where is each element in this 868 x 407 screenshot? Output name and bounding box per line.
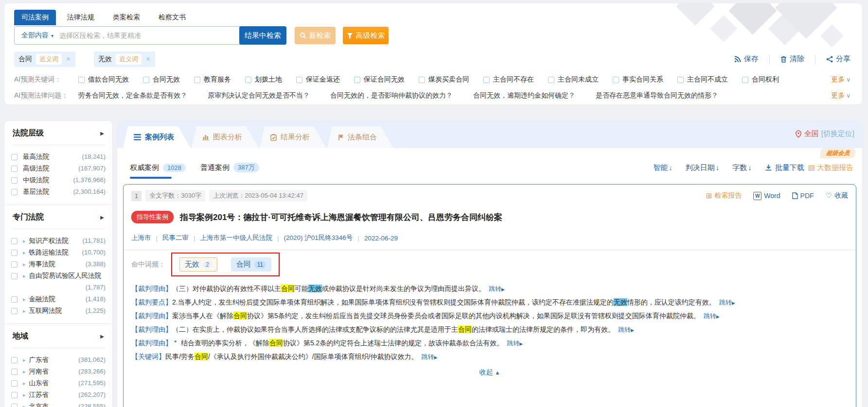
result-subtab[interactable]: 普通案例387万 xyxy=(200,163,259,172)
jump-link[interactable]: 跳转▶ xyxy=(618,326,634,333)
filter-item[interactable]: ▸广东省(381,062) xyxy=(11,354,106,366)
expand-triangle-icon[interactable]: ▸ xyxy=(23,247,26,258)
search-scope-dropdown[interactable]: 全部内容 ▾ xyxy=(15,31,58,40)
location-region[interactable]: 全国 xyxy=(804,129,819,138)
predicted-question-link[interactable]: 原审判决认定合同无效是否不当？ xyxy=(208,91,310,100)
keyword-checkbox-item[interactable]: 主合同未成立 xyxy=(548,75,599,84)
top-nav-tab[interactable]: 法律法规 xyxy=(60,10,102,25)
hit-term-chip[interactable]: 合同11 xyxy=(231,257,271,271)
advanced-search-button[interactable]: 高级检索 xyxy=(343,27,389,44)
jump-link[interactable]: 跳转▶ xyxy=(719,299,735,306)
expand-triangle-icon[interactable]: ▸ xyxy=(23,235,26,247)
checkbox-icon[interactable] xyxy=(11,189,18,195)
clear-button[interactable]: 清除 xyxy=(770,54,815,64)
keyword-checkbox-item[interactable]: 合同无效 xyxy=(143,75,180,84)
export-pdf-button[interactable]: PDF xyxy=(792,192,814,200)
predicted-question-link[interactable]: 合同无效的，是否影响仲裁协议的效力？ xyxy=(330,91,453,100)
more-questions-link[interactable]: 更多 ∨ xyxy=(831,91,850,100)
synonym-toggle[interactable]: 近义词 xyxy=(36,54,62,65)
keyword-checkbox-item[interactable]: 保证合同无效 xyxy=(354,75,405,84)
keyword-checkbox-item[interactable]: 借款合同无效 xyxy=(78,75,129,84)
filter-item[interactable]: ▸北京市(228,555) xyxy=(11,401,106,407)
share-button[interactable]: 分享 xyxy=(815,54,850,64)
checkbox-icon[interactable] xyxy=(11,250,18,256)
collapse-link[interactable]: 收起 ▲ xyxy=(131,368,848,377)
checkbox-icon[interactable] xyxy=(194,77,200,83)
expand-triangle-icon[interactable]: ▸ xyxy=(23,377,26,389)
checkbox-icon[interactable] xyxy=(613,77,619,83)
result-tab[interactable]: 案例列表 xyxy=(123,126,191,148)
hit-term-chip[interactable]: 无效2 xyxy=(179,257,217,271)
jump-link[interactable]: 跳转▶ xyxy=(704,312,720,320)
expand-triangle-icon[interactable]: ▸ xyxy=(23,258,26,270)
result-tab[interactable]: 法条组合 xyxy=(327,126,393,148)
synonym-toggle[interactable]: 近义词 xyxy=(116,54,142,65)
filter-item[interactable]: ▸铁路运输法院(10,700) xyxy=(11,247,106,258)
checkbox-icon[interactable] xyxy=(11,308,18,314)
jump-link[interactable]: 跳转▶ xyxy=(422,353,438,360)
export-word-button[interactable]: W Word xyxy=(753,192,780,200)
sort-option[interactable]: 判决日期↓ xyxy=(686,163,720,172)
checkbox-icon[interactable] xyxy=(11,261,18,268)
big-data-report-button[interactable]: ▤ 大数据报告 xyxy=(808,163,853,172)
expand-triangle-icon[interactable]: ▸ xyxy=(23,389,26,401)
checkbox-icon[interactable] xyxy=(677,77,684,83)
checkbox-icon[interactable] xyxy=(11,154,18,160)
predicted-question-link[interactable]: 是否存在恶意串通导致合同无效的情形？ xyxy=(596,91,718,100)
sort-option[interactable]: 字数↓ xyxy=(732,163,752,172)
checkbox-icon[interactable] xyxy=(483,77,490,83)
checkbox-icon[interactable] xyxy=(296,77,302,83)
filter-item[interactable]: 高级法院(167,907) xyxy=(11,163,106,174)
checkbox-icon[interactable] xyxy=(143,77,149,83)
sort-option[interactable]: 智能↓ xyxy=(653,163,673,172)
result-subtab[interactable]: 权威案例1028 xyxy=(130,163,186,172)
filter-section-header[interactable]: 地域▶ xyxy=(11,324,106,348)
expand-triangle-icon[interactable]: ▸ xyxy=(23,305,26,317)
checkbox-icon[interactable] xyxy=(11,392,18,398)
keyword-checkbox-item[interactable]: 合同权利 xyxy=(742,75,779,84)
checkbox-icon[interactable] xyxy=(78,77,85,83)
jump-link[interactable]: 跳转▶ xyxy=(507,339,523,347)
checkbox-icon[interactable] xyxy=(11,369,18,375)
checkbox-icon[interactable] xyxy=(11,177,18,184)
favorite-button[interactable]: ♡ 收藏 xyxy=(826,191,848,200)
remove-tag-icon[interactable]: ✕ xyxy=(66,55,71,63)
filter-item[interactable]: ▸互联网法院(1,225) xyxy=(11,305,106,317)
save-search-button[interactable]: 保存 xyxy=(724,54,769,64)
top-nav-tab[interactable]: 司法案例 xyxy=(14,10,56,25)
switch-location-link[interactable]: [切换定位] xyxy=(821,129,854,138)
checkbox-icon[interactable] xyxy=(11,296,18,303)
filter-item[interactable]: ▸山东省(271,595) xyxy=(11,377,106,389)
filter-item[interactable]: ▸知识产权法院(11,781) xyxy=(11,235,106,247)
expand-triangle-icon[interactable]: ▸ xyxy=(23,401,26,407)
expand-triangle-icon[interactable]: ▸ xyxy=(23,293,26,305)
predicted-question-link[interactable]: 合同无效，逾期违约金如何确定？ xyxy=(473,91,575,100)
predicted-question-link[interactable]: 劳务合同无效，定金条款是否有效？ xyxy=(78,91,187,100)
new-search-button[interactable]: 新检索 xyxy=(295,27,336,44)
checkbox-icon[interactable] xyxy=(742,77,748,83)
filter-item[interactable]: ▸自由贸易试验区人民法院(1,787) xyxy=(11,270,106,293)
checkbox-icon[interactable] xyxy=(245,77,251,83)
top-nav-tab[interactable]: 检察文书 xyxy=(151,10,193,25)
checkbox-icon[interactable] xyxy=(11,380,18,387)
batch-download-button[interactable]: 批量下载 xyxy=(765,163,804,172)
result-tab[interactable]: 图表分析 xyxy=(192,126,259,148)
remove-tag-icon[interactable]: ✕ xyxy=(145,55,151,63)
case-title-link[interactable]: 指导案例201号：德拉甘·可可托维奇诉上海恩渥餐饮管理有限公司、吕恩劳务合同纠纷… xyxy=(180,212,502,223)
filter-item[interactable]: ▸江苏省(262,207) xyxy=(11,389,106,401)
filter-item[interactable]: 最高法院(18,241) xyxy=(11,151,106,163)
filter-item[interactable]: 基层法院(2,300,164) xyxy=(11,186,106,198)
filter-section-header[interactable]: 专门法院▶ xyxy=(11,205,106,229)
filter-item[interactable]: 中级法院(1,376,966) xyxy=(11,174,106,186)
filter-section-header[interactable]: 法院层级▶ xyxy=(11,121,106,145)
keyword-checkbox-item[interactable]: 事实合同关系 xyxy=(613,75,663,84)
keyword-checkbox-item[interactable]: 煤炭买卖合同 xyxy=(419,75,469,84)
search-input[interactable] xyxy=(58,31,239,40)
keyword-checkbox-item[interactable]: 划拨土地 xyxy=(245,75,282,84)
keyword-checkbox-item[interactable]: 主合同不存在 xyxy=(483,75,534,84)
expand-triangle-icon[interactable]: ▸ xyxy=(23,366,26,377)
checkbox-icon[interactable] xyxy=(11,166,18,172)
checkbox-icon[interactable] xyxy=(354,77,360,83)
search-report-button[interactable]: ⊞ 检索报告 xyxy=(706,191,742,200)
filter-item[interactable]: ▸河南省(283,266) xyxy=(11,366,106,377)
